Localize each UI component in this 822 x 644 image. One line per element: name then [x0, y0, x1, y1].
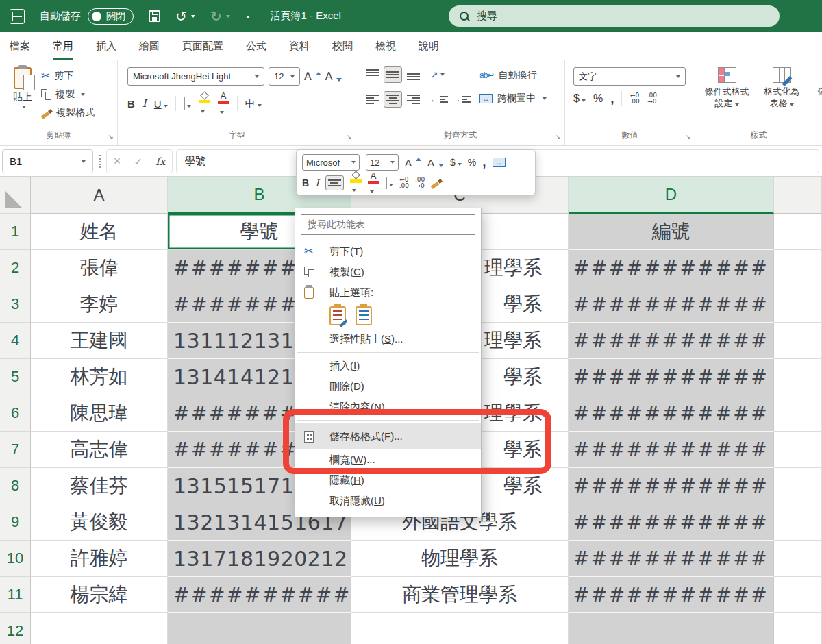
- mini-format-painter-icon[interactable]: [431, 178, 442, 188]
- cell-A2[interactable]: 張偉: [31, 250, 168, 286]
- cell-E10[interactable]: [774, 541, 822, 577]
- row-header-9[interactable]: 9: [0, 504, 31, 541]
- cell-C12[interactable]: [351, 613, 569, 644]
- tab-插入[interactable]: 插入: [96, 40, 116, 60]
- dialog-launcher-icon[interactable]: ↘: [347, 134, 352, 140]
- column-header-D[interactable]: D: [569, 177, 774, 214]
- mini-bold-button[interactable]: B: [302, 177, 309, 188]
- row-header-6[interactable]: 6: [0, 395, 31, 432]
- format-as-table-button[interactable]: 格式化為表格: [754, 67, 809, 109]
- paste-keep-formatting-icon[interactable]: [329, 306, 346, 325]
- row-header-11[interactable]: 11: [0, 577, 31, 613]
- align-left-button[interactable]: [366, 94, 379, 105]
- cell-D12[interactable]: [569, 613, 774, 644]
- cell-A11[interactable]: 楊宗緯: [31, 577, 168, 613]
- cell-A12[interactable]: [31, 613, 168, 644]
- orientation-button[interactable]: ↗: [430, 69, 445, 80]
- mini-increase-decimal-button[interactable]: ←0.00: [399, 177, 409, 189]
- cell-E8[interactable]: [774, 468, 822, 504]
- cell-D3[interactable]: ###########: [569, 286, 774, 323]
- cell-E6[interactable]: [774, 395, 822, 432]
- italic-button[interactable]: I: [142, 97, 147, 110]
- cell-D8[interactable]: ###########: [569, 468, 774, 504]
- cancel-icon[interactable]: ×: [114, 154, 121, 169]
- decrease-indent-button[interactable]: ←: [430, 94, 448, 105]
- cell-D7[interactable]: ###########: [569, 432, 774, 468]
- select-all-corner[interactable]: [0, 177, 31, 214]
- cell-D11[interactable]: ###########: [569, 577, 774, 613]
- cell-A10[interactable]: 許雅婷: [31, 541, 168, 577]
- font-color-button[interactable]: A: [218, 91, 229, 116]
- mini-font-size-combo[interactable]: 12: [366, 154, 399, 171]
- excel-app-icon[interactable]: [10, 9, 25, 24]
- cell-styles-button[interactable]: 儲存格樣式: [804, 67, 822, 109]
- cell-E12[interactable]: [774, 613, 822, 644]
- column-header-A[interactable]: A: [31, 177, 168, 214]
- dialog-launcher-icon[interactable]: ↘: [108, 134, 114, 140]
- tab-資料[interactable]: 資料: [289, 40, 310, 60]
- mini-comma-button[interactable]: ,: [482, 155, 486, 170]
- increase-font-button[interactable]: A: [304, 71, 321, 83]
- cell-D4[interactable]: ###########: [569, 323, 774, 359]
- cell-E9[interactable]: [774, 504, 822, 541]
- decrease-decimal-button[interactable]: .00→0: [647, 92, 657, 105]
- row-header-5[interactable]: 5: [0, 359, 31, 395]
- menu-item-clear-contents[interactable]: 清除內容(N): [295, 397, 481, 417]
- bold-button[interactable]: B: [127, 98, 135, 110]
- menu-item-paste-special[interactable]: 選擇性貼上(S)...: [295, 329, 481, 349]
- menu-item-paste-options[interactable]: 貼上選項:: [295, 282, 481, 303]
- row-header-1[interactable]: 1: [0, 214, 31, 250]
- menu-item-hide[interactable]: 隱藏(H): [295, 470, 481, 491]
- increase-decimal-button[interactable]: ←0.00: [630, 92, 639, 105]
- mini-decrease-decimal-button[interactable]: .00→0: [415, 177, 425, 189]
- tab-繪圖[interactable]: 繪圖: [139, 40, 160, 60]
- menu-search-input[interactable]: 搜尋此功能表: [301, 214, 475, 235]
- redo-button[interactable]: ↺: [210, 10, 230, 23]
- percent-button[interactable]: %: [593, 92, 603, 105]
- cell-C10[interactable]: 物理學系: [351, 541, 569, 577]
- mini-align-center-button[interactable]: [325, 175, 344, 190]
- cell-E3[interactable]: [774, 286, 822, 323]
- cell-A4[interactable]: 王建國: [31, 323, 168, 359]
- row-header-8[interactable]: 8: [0, 468, 31, 504]
- currency-button[interactable]: $: [573, 92, 586, 105]
- mini-decrease-font-button[interactable]: A: [427, 157, 444, 169]
- align-center-button[interactable]: [384, 91, 402, 108]
- cell-E11[interactable]: [774, 577, 822, 613]
- menu-item-cut[interactable]: ✂剪下(T): [295, 241, 481, 262]
- phonetic-button[interactable]: 中: [245, 97, 262, 110]
- align-right-button[interactable]: [407, 94, 420, 105]
- mini-merge-center-icon[interactable]: ↔: [493, 158, 506, 167]
- menu-item-column-width[interactable]: 欄寬(W)...: [295, 449, 481, 470]
- cell-D2[interactable]: ###########: [569, 250, 774, 286]
- format-painter-button[interactable]: 複製格式: [41, 107, 95, 119]
- menu-item-insert[interactable]: 插入(I): [295, 356, 481, 376]
- decrease-font-button[interactable]: A: [325, 71, 342, 83]
- cell-E5[interactable]: [774, 359, 822, 395]
- row-header-2[interactable]: 2: [0, 250, 31, 286]
- row-header-12[interactable]: 12: [0, 613, 31, 644]
- mini-currency-button[interactable]: $: [450, 157, 462, 168]
- mini-italic-button[interactable]: I: [315, 177, 319, 188]
- row-header-10[interactable]: 10: [0, 541, 31, 577]
- tab-校閱[interactable]: 校閱: [332, 40, 353, 60]
- cell-A8[interactable]: 蔡佳芬: [31, 468, 168, 504]
- cell-C11[interactable]: 商業管理學系: [351, 577, 569, 613]
- cell-A5[interactable]: 林芳如: [31, 359, 168, 395]
- wrap-text-button[interactable]: ab↩ 自動換行: [480, 69, 536, 82]
- increase-indent-button[interactable]: →: [453, 94, 471, 105]
- enter-icon[interactable]: ✓: [134, 156, 142, 168]
- row-header-3[interactable]: 3: [0, 286, 31, 323]
- customize-quick-access-button[interactable]: [244, 14, 250, 19]
- paste-values-icon[interactable]: [356, 306, 372, 325]
- name-box[interactable]: B1: [2, 149, 93, 173]
- cell-A1[interactable]: 姓名: [31, 214, 168, 250]
- align-top-button[interactable]: [366, 69, 379, 80]
- cell-B11[interactable]: ##########: [168, 577, 351, 613]
- comma-style-button[interactable]: ,: [610, 91, 614, 106]
- cell-B10[interactable]: 1317181920212: [168, 541, 351, 577]
- dialog-launcher-icon[interactable]: ↘: [556, 134, 561, 140]
- tab-頁面配置[interactable]: 頁面配置: [182, 40, 223, 60]
- mini-font-color-button[interactable]: A: [368, 171, 379, 195]
- cell-D6[interactable]: ###########: [569, 395, 774, 432]
